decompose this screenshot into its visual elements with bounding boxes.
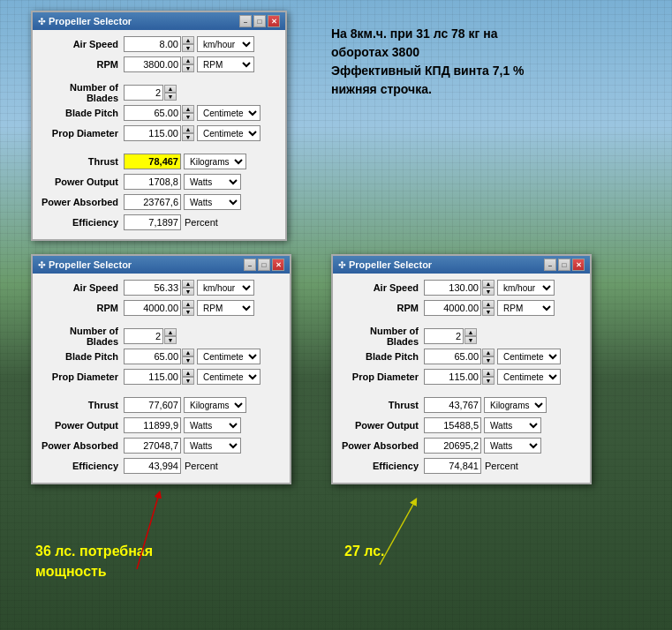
unit-rpm-3[interactable]: RPM: [497, 300, 555, 316]
label-pitch-2: Blade Pitch: [40, 351, 124, 362]
spin-up-pitch-2[interactable]: ▲: [182, 349, 194, 356]
label-thrust-2: Thrust: [40, 400, 124, 410]
maximize-btn-1[interactable]: □: [253, 15, 266, 27]
maximize-btn-3[interactable]: □: [558, 259, 570, 271]
spin-up-diameter-2[interactable]: ▲: [182, 369, 194, 377]
input-rpm-3[interactable]: [424, 300, 481, 316]
unit-rpm-1[interactable]: RPM: [197, 56, 254, 72]
label-pitch-3: Blade Pitch: [340, 351, 424, 362]
input-blades-1[interactable]: [124, 85, 163, 101]
spin-up-blades-1[interactable]: ▲: [164, 85, 177, 93]
input-airspeed-2[interactable]: [124, 280, 181, 296]
spacer-3b: [340, 388, 583, 394]
unit-airspeed-1[interactable]: km/hour: [197, 36, 254, 52]
spin-down-blades-2[interactable]: ▼: [164, 336, 177, 344]
unit-powerout-1[interactable]: Watts: [184, 174, 241, 190]
spin-up-rpm-3[interactable]: ▲: [482, 300, 495, 308]
spin-down-diameter-3[interactable]: ▼: [482, 377, 495, 385]
input-pitch-1[interactable]: [124, 105, 181, 121]
spin-down-pitch-2[interactable]: ▼: [182, 356, 194, 364]
input-diameter-1[interactable]: [124, 125, 181, 141]
spin-up-airspeed-2[interactable]: ▲: [182, 280, 194, 288]
minimize-btn-2[interactable]: –: [244, 259, 256, 271]
input-rpm-2[interactable]: [124, 300, 181, 316]
unit-diameter-2[interactable]: Centimete: [197, 369, 260, 385]
unit-pitch-1[interactable]: Centimete: [197, 105, 260, 121]
close-btn-2[interactable]: ✕: [272, 259, 284, 271]
spin-down-diameter-1[interactable]: ▼: [182, 133, 194, 141]
spin-down-airspeed-1[interactable]: ▼: [182, 44, 194, 52]
unit-pitch-2[interactable]: Centimete: [197, 349, 260, 364]
input-powerabs-1[interactable]: [124, 194, 181, 210]
input-powerout-3[interactable]: [424, 417, 481, 433]
input-airspeed-1[interactable]: [124, 36, 181, 52]
unit-airspeed-3[interactable]: km/hour: [497, 280, 555, 296]
input-wrapper-powerout-2: Watts: [124, 417, 241, 433]
close-btn-1[interactable]: ✕: [268, 15, 280, 27]
input-powerout-2[interactable]: [124, 417, 181, 433]
spin-up-blades-2[interactable]: ▲: [164, 328, 177, 336]
spinner-diameter-2: ▲ ▼: [182, 369, 194, 385]
spin-down-rpm-1[interactable]: ▼: [182, 64, 194, 72]
input-powerabs-3[interactable]: [424, 438, 481, 454]
input-diameter-3[interactable]: [424, 369, 481, 385]
input-powerabs-2[interactable]: [124, 438, 181, 454]
spin-down-pitch-3[interactable]: ▼: [482, 356, 495, 364]
unit-powerabs-3[interactable]: Watts: [484, 438, 541, 454]
label-powerout-3: Power Output: [340, 420, 424, 431]
input-rpm-1[interactable]: [124, 56, 181, 72]
spin-up-blades-3[interactable]: ▲: [464, 328, 477, 336]
spin-down-airspeed-2[interactable]: ▼: [182, 288, 194, 296]
unit-airspeed-2[interactable]: km/hour: [197, 280, 254, 296]
input-blades-3[interactable]: [424, 328, 464, 344]
spin-down-rpm-2[interactable]: ▼: [182, 308, 194, 316]
spin-down-blades-3[interactable]: ▼: [464, 336, 477, 344]
unit-powerout-3[interactable]: Watts: [484, 417, 541, 433]
input-blades-2[interactable]: [124, 328, 163, 344]
spin-down-pitch-1[interactable]: ▼: [182, 113, 194, 121]
input-pitch-2[interactable]: [124, 349, 181, 364]
unit-thrust-2[interactable]: Kilograms: [184, 397, 246, 413]
input-efficiency-2[interactable]: [124, 458, 181, 474]
spin-up-pitch-1[interactable]: ▲: [182, 105, 194, 113]
annotation-bottom-center: 27 лс.: [344, 544, 385, 559]
spin-up-diameter-3[interactable]: ▲: [482, 369, 495, 377]
unit-rpm-2[interactable]: RPM: [197, 300, 254, 316]
input-thrust-1[interactable]: [124, 154, 181, 169]
unit-diameter-1[interactable]: Centimete: [197, 125, 260, 141]
input-efficiency-1[interactable]: [124, 214, 181, 230]
unit-pitch-3[interactable]: Centimete: [497, 349, 561, 364]
spin-up-rpm-2[interactable]: ▲: [182, 300, 194, 308]
unit-thrust-3[interactable]: Kilograms: [484, 397, 547, 413]
input-wrapper-airspeed-2: ▲ ▼ km/hour: [124, 280, 254, 296]
spin-down-blades-1[interactable]: ▼: [164, 93, 177, 101]
minimize-btn-3[interactable]: –: [544, 259, 556, 271]
spin-up-airspeed-1[interactable]: ▲: [182, 36, 194, 44]
input-airspeed-3[interactable]: [424, 280, 481, 296]
spin-down-diameter-2[interactable]: ▼: [182, 377, 194, 385]
titlebar-buttons-2: – □ ✕: [244, 259, 284, 271]
unit-powerabs-1[interactable]: Watts: [184, 194, 241, 210]
spin-down-airspeed-3[interactable]: ▼: [482, 288, 495, 296]
spin-down-rpm-3[interactable]: ▼: [482, 308, 495, 316]
unit-powerout-2[interactable]: Watts: [184, 417, 241, 433]
input-diameter-2[interactable]: [124, 369, 181, 385]
row-diameter-2: Prop Diameter ▲ ▼ Centimete: [40, 368, 283, 386]
spacer-3a: [340, 319, 583, 325]
spin-up-rpm-1[interactable]: ▲: [182, 56, 194, 64]
unit-diameter-3[interactable]: Centimete: [497, 369, 561, 385]
input-thrust-2[interactable]: [124, 397, 181, 413]
input-efficiency-3[interactable]: [424, 458, 481, 474]
input-powerout-1[interactable]: [124, 174, 181, 190]
spin-up-diameter-1[interactable]: ▲: [182, 125, 194, 133]
maximize-btn-2[interactable]: □: [258, 259, 270, 271]
input-pitch-3[interactable]: [424, 349, 481, 364]
spin-up-airspeed-3[interactable]: ▲: [482, 280, 495, 288]
spin-up-pitch-3[interactable]: ▲: [482, 349, 495, 356]
input-thrust-3[interactable]: [424, 397, 481, 413]
minimize-btn-1[interactable]: –: [239, 15, 252, 27]
unit-powerabs-2[interactable]: Watts: [184, 438, 241, 454]
close-btn-3[interactable]: ✕: [572, 259, 585, 271]
unit-thrust-1[interactable]: Kilograms: [184, 154, 246, 169]
label-efficiency-2: Efficiency: [40, 461, 124, 471]
